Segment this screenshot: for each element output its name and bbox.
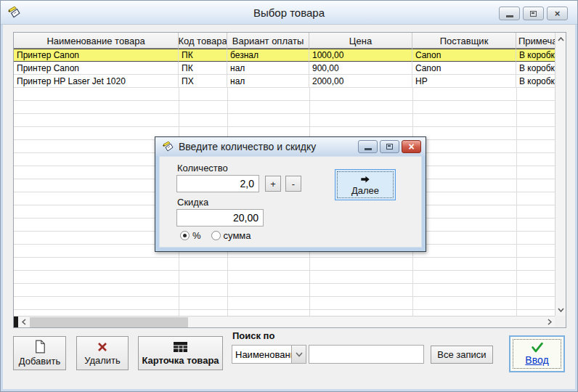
radio-percent-label: % [192,230,201,241]
radio-sum[interactable]: сумма [211,230,251,241]
cell-supplier: Canon [412,49,516,62]
next-button[interactable]: Далее [335,169,396,200]
title-bar: Выбор товара × [1,1,577,25]
column-header-price[interactable]: Цена [309,33,412,49]
quantity-discount-dialog: Введите количество и скидку × Количество… [155,136,426,252]
scroll-right-button[interactable] [544,317,555,327]
cell-price: 2000,00 [309,75,412,88]
cell-payment: нал [227,62,309,75]
table-row[interactable]: Принтер HP Laser Jet 1020 ПХ нал 2000,00… [14,75,555,88]
cell-payment: безнал [227,49,309,62]
plus-icon: + [270,179,276,189]
window-title: Выбор товара [1,7,577,19]
table-row[interactable]: Принтер Canon ПК нал 900,00 Canon В коро… [14,62,555,75]
dialog-close-button[interactable]: × [402,140,421,153]
table-grid-icon [173,341,188,353]
next-button-label: Далее [351,185,379,196]
quantity-label: Количество [177,163,228,173]
product-selection-window: Выбор товара × Наименование товара Код т… [0,0,578,392]
dialog-title: Введите количество и скидку [179,141,316,152]
restore-icon [386,144,393,150]
cell-code: ПК [179,62,227,75]
minimize-icon [506,15,513,17]
chevron-up-icon [558,37,564,41]
table-row-selected[interactable]: Принтер Canon ПК безнал 1000,00 Canon В … [14,49,555,62]
restore-button[interactable] [523,7,544,20]
scroll-left-button[interactable] [18,317,29,327]
cell-name: Принтер Canon [14,62,179,75]
dialog-restore-button[interactable] [380,140,399,153]
close-button[interactable]: × [547,7,568,20]
blank-document-icon [34,340,46,354]
close-icon: × [555,9,561,18]
chevron-left-icon [22,319,26,325]
search-input[interactable] [309,345,424,364]
discount-input[interactable] [176,209,264,226]
radio-selected-icon [180,231,190,240]
dialog-body: Количество + - Скидка % сумма [159,156,422,248]
restore-icon [530,11,537,17]
column-header-note[interactable]: Примечание [516,33,555,49]
cell-name: Принтер Canon [14,49,179,62]
add-button-label: Добавить [19,356,60,367]
quantity-input[interactable] [176,175,259,192]
radio-percent[interactable]: % [180,230,201,241]
next-button-focus-rect: Далее [337,171,394,198]
quantity-decrement-button[interactable]: - [285,176,301,192]
search-field-selected-value: Наименование [232,346,291,363]
cell-price: 1000,00 [309,49,412,62]
quantity-increment-button[interactable]: + [265,176,281,192]
enter-button[interactable]: Ввод [509,335,565,372]
column-header-name[interactable]: Наименование товара [14,33,179,49]
delete-button[interactable]: Удалить [76,336,129,370]
dialog-window-controls: × [358,140,421,153]
scrollbar-thumb[interactable] [30,317,188,327]
cell-note: В коробке [516,75,555,88]
chevron-down-icon [558,308,564,312]
vertical-scrollbar[interactable] [555,33,566,316]
discount-label: Скидка [177,197,208,208]
horizontal-scrollbar[interactable] [14,316,555,327]
all-records-button[interactable]: Все записи [431,346,493,364]
minimize-icon [365,148,372,150]
enter-button-focus-rect: Ввод [513,339,561,369]
column-header-payment[interactable]: Вариант оплаты [227,33,309,49]
grid-rows: Принтер Canon ПК безнал 1000,00 Canon В … [14,49,555,88]
minus-icon: - [292,179,295,189]
green-checkmark-icon [531,342,544,353]
window-controls: × [499,7,568,20]
cell-name: Принтер HP Laser Jet 1020 [14,75,179,88]
grid-column-divider [516,88,517,316]
right-arrow-icon [359,174,371,184]
cell-note: В коробке [516,49,555,62]
grid-header-row: Наименование товара Код товара Вариант о… [14,33,555,49]
chevron-right-icon [548,319,552,325]
scroll-down-button[interactable] [555,304,566,315]
add-button[interactable]: Добавить [13,336,66,370]
cell-note: В коробке [516,62,555,75]
radio-sum-label: сумма [224,230,251,241]
dialog-title-bar: Введите количество и скидку × [155,137,426,156]
product-card-button-label: Карточка товара [142,355,219,366]
red-cross-icon [97,341,108,353]
column-header-code[interactable]: Код товара [179,33,227,49]
cell-code: ПК [179,49,227,62]
enter-button-label: Ввод [525,354,548,366]
cell-supplier: HP [412,75,516,88]
close-icon: × [408,142,414,152]
radio-unselected-icon [211,231,221,240]
chevron-down-icon [296,352,303,357]
product-card-button[interactable]: Карточка товара [138,336,223,370]
cell-price: 900,00 [309,62,412,75]
search-field-select[interactable]: Наименование [232,345,306,364]
dialog-minimize-button[interactable] [358,140,378,153]
writing-hand-icon [162,141,174,152]
cell-payment: нал [227,75,309,88]
cell-code: ПХ [179,75,227,88]
combo-dropdown-button[interactable] [291,346,306,363]
discount-type-radio-group: % сумма [180,230,251,241]
minimize-button[interactable] [499,7,520,20]
scroll-up-button[interactable] [555,33,566,44]
column-header-supplier[interactable]: Поставщик [412,33,516,49]
all-records-button-label: Все записи [437,349,486,360]
